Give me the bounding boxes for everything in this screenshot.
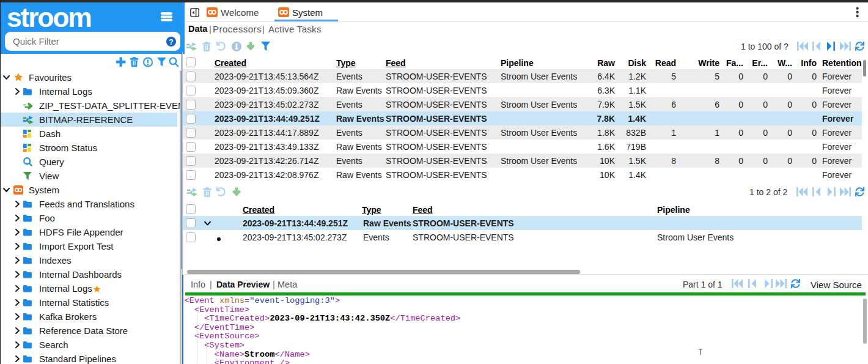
svg-text:stroom: stroom	[7, 3, 91, 30]
svg-text:?: ?	[169, 38, 173, 46]
